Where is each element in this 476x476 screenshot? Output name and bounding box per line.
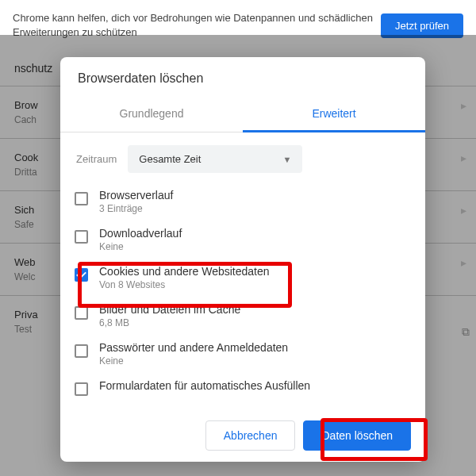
item-cookies[interactable]: Cookies und andere WebsitedatenVon 8 Web…: [60, 259, 425, 297]
clear-browsing-data-dialog: Browserdaten löschen Grundlegend Erweite…: [60, 57, 425, 462]
checkbox[interactable]: [75, 306, 88, 320]
tab-advanced[interactable]: Erweitert: [243, 97, 425, 132]
time-range-label: Zeitraum: [76, 153, 117, 165]
item-autofill[interactable]: Formulardaten für automatisches Ausfülle…: [60, 373, 425, 402]
chevron-right-icon: ▸: [461, 152, 466, 164]
chevron-down-icon: ▼: [282, 155, 291, 164]
chevron-right-icon: ▸: [461, 99, 466, 112]
checkbox[interactable]: [75, 382, 88, 396]
external-link-icon: ⧉: [462, 325, 470, 339]
cancel-button[interactable]: Abbrechen: [205, 420, 296, 451]
checkbox[interactable]: [75, 230, 88, 244]
item-browsing-history[interactable]: Browserverlauf3 Einträge: [60, 182, 425, 221]
time-range-row: Zeitraum Gesamte Zeit ▼: [60, 132, 425, 182]
tabs: Grundlegend Erweitert: [60, 97, 425, 132]
checkbox[interactable]: [75, 268, 88, 282]
dialog-footer: Abbrechen Daten löschen: [60, 409, 425, 462]
checkbox[interactable]: [75, 344, 88, 358]
clear-data-button[interactable]: Daten löschen: [303, 420, 411, 451]
item-download-history[interactable]: DownloadverlaufKeine: [60, 221, 425, 259]
dialog-body[interactable]: Zeitraum Gesamte Zeit ▼ Browserverlauf3 …: [60, 132, 425, 409]
dialog-title: Browserdaten löschen: [60, 57, 425, 97]
chevron-right-icon: ▸: [461, 204, 466, 217]
item-passwords[interactable]: Passwörter und andere AnmeldedatenKeine: [60, 335, 425, 373]
tab-basic[interactable]: Grundlegend: [60, 97, 243, 132]
checkbox[interactable]: [75, 192, 88, 205]
chevron-right-icon: ▸: [461, 256, 466, 269]
time-range-select[interactable]: Gesamte Zeit ▼: [128, 145, 302, 173]
item-cache[interactable]: Bilder und Dateien im Cache6,8 MB: [60, 297, 425, 335]
time-range-value: Gesamte Zeit: [139, 153, 201, 165]
